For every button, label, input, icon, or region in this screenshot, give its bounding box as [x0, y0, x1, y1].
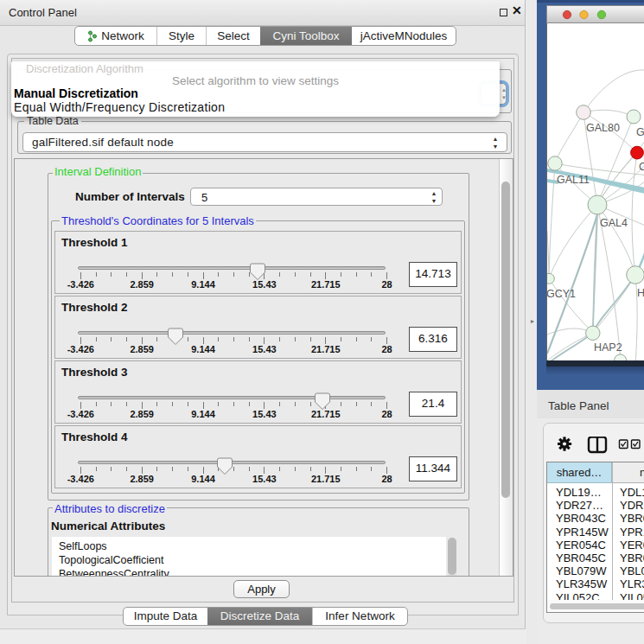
svg-text:GA: GA [636, 126, 644, 138]
svg-text:HX: HX [637, 287, 644, 299]
svg-text:GAL4: GAL4 [600, 217, 628, 229]
svg-text:GAL11: GAL11 [557, 174, 590, 186]
svg-text:CY: CY [639, 161, 644, 173]
svg-text:HAP2: HAP2 [594, 341, 622, 354]
svg-text:GCY1: GCY1 [547, 288, 576, 300]
svg-text:GAL80: GAL80 [586, 122, 620, 134]
